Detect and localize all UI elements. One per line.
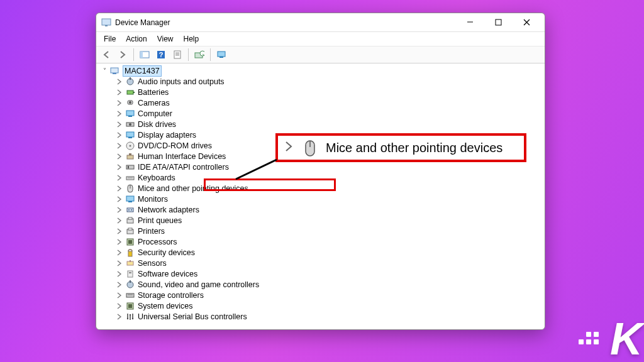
close-button[interactable] bbox=[513, 14, 541, 31]
show-hide-tree-button[interactable] bbox=[137, 48, 152, 62]
scan-hardware-button[interactable] bbox=[192, 48, 207, 62]
tree-item[interactable]: Network adapters bbox=[115, 205, 541, 215]
svg-rect-60 bbox=[130, 280, 131, 283]
chevron-right-icon[interactable] bbox=[115, 195, 124, 204]
tree-item[interactable]: Printers bbox=[115, 226, 541, 236]
chevron-right-icon[interactable] bbox=[115, 291, 124, 300]
tree-item-label: Sensors bbox=[138, 258, 167, 268]
tree-item[interactable]: Computer bbox=[115, 109, 541, 119]
chevron-right-icon[interactable] bbox=[115, 238, 124, 246]
chevron-right-icon[interactable] bbox=[115, 259, 124, 268]
chevron-right-icon[interactable] bbox=[115, 227, 124, 236]
tree-item[interactable]: IDE ATA/ATAPI controllers bbox=[115, 162, 541, 172]
chevron-right-icon[interactable] bbox=[115, 184, 124, 193]
callout-box: Mice and other pointing devices bbox=[275, 133, 526, 162]
svg-point-66 bbox=[130, 314, 131, 315]
tree-item[interactable]: Batteries bbox=[115, 87, 541, 97]
tree-item[interactable]: Processors bbox=[115, 237, 541, 247]
tree-item-label: Storage controllers bbox=[138, 290, 204, 300]
svg-rect-57 bbox=[128, 271, 133, 277]
chevron-right-icon[interactable] bbox=[115, 248, 124, 257]
tree-item[interactable]: Monitors bbox=[115, 194, 541, 204]
svg-rect-51 bbox=[128, 228, 132, 230]
svg-rect-17 bbox=[218, 52, 225, 57]
tree-item-label: Printers bbox=[138, 226, 165, 236]
expander-icon[interactable]: ˅ bbox=[100, 67, 109, 75]
svg-rect-20 bbox=[113, 73, 116, 74]
tree-item-label: IDE ATA/ATAPI controllers bbox=[138, 162, 229, 172]
chevron-right-icon[interactable] bbox=[115, 152, 124, 161]
device-icon bbox=[125, 290, 135, 300]
tree-item[interactable]: Sensors bbox=[115, 258, 541, 268]
menu-file[interactable]: File bbox=[99, 33, 121, 45]
properties-button[interactable] bbox=[170, 48, 185, 62]
tree-item[interactable]: Audio inputs and outputs bbox=[115, 77, 541, 87]
tree-item[interactable]: Security devices bbox=[115, 248, 541, 258]
tree-root[interactable]: ˅ MAC1437 bbox=[100, 66, 541, 76]
svg-point-46 bbox=[128, 209, 130, 211]
tree-item[interactable]: Mice and other pointing devices bbox=[115, 184, 541, 194]
watermark-logo: K bbox=[610, 313, 640, 362]
device-tree[interactable]: ˅ MAC1437 Audio inputs and outputsBatter… bbox=[96, 63, 545, 329]
minimize-button[interactable] bbox=[456, 14, 484, 31]
svg-point-47 bbox=[131, 209, 132, 211]
back-button[interactable] bbox=[99, 48, 114, 62]
chevron-right-icon[interactable] bbox=[115, 206, 124, 214]
device-icon bbox=[125, 184, 135, 194]
svg-rect-19 bbox=[111, 68, 118, 73]
svg-rect-49 bbox=[128, 217, 132, 219]
chevron-right-icon[interactable] bbox=[115, 216, 124, 225]
tree-item[interactable]: System devices bbox=[115, 301, 541, 311]
svg-rect-10 bbox=[174, 51, 180, 58]
svg-rect-35 bbox=[127, 155, 133, 159]
chevron-right-icon[interactable] bbox=[115, 109, 124, 118]
device-icon bbox=[125, 205, 135, 215]
svg-rect-23 bbox=[127, 90, 133, 94]
device-icon bbox=[125, 301, 135, 311]
chevron-right-icon[interactable] bbox=[115, 302, 124, 310]
svg-rect-64 bbox=[128, 304, 132, 308]
svg-rect-22 bbox=[130, 77, 131, 80]
tree-item[interactable]: Print queues bbox=[115, 216, 541, 226]
device-icon bbox=[125, 194, 135, 204]
chevron-right-icon[interactable] bbox=[115, 163, 124, 172]
chevron-right-icon[interactable] bbox=[115, 270, 124, 278]
help-button[interactable]: ? bbox=[153, 48, 169, 62]
device-icon bbox=[125, 248, 135, 258]
device-icon bbox=[125, 216, 135, 226]
tree-item[interactable]: Software devices bbox=[115, 269, 541, 279]
device-icon bbox=[125, 119, 135, 129]
root-label: MAC1437 bbox=[123, 65, 162, 77]
chevron-right-icon[interactable] bbox=[115, 280, 124, 289]
svg-rect-58 bbox=[129, 272, 131, 273]
device-icon bbox=[125, 109, 135, 119]
tree-item-label: Security devices bbox=[138, 248, 195, 258]
tree-item[interactable]: Storage controllers bbox=[115, 290, 541, 300]
tree-item[interactable]: Cameras bbox=[115, 98, 541, 108]
chevron-right-icon[interactable] bbox=[115, 88, 124, 97]
chevron-right-icon[interactable] bbox=[115, 120, 124, 129]
tree-item[interactable]: Keyboards bbox=[115, 173, 541, 183]
menu-view[interactable]: View bbox=[152, 33, 179, 45]
tree-item-label: Monitors bbox=[138, 194, 168, 204]
chevron-right-icon[interactable] bbox=[115, 141, 124, 150]
menu-help[interactable]: Help bbox=[179, 33, 204, 45]
tree-item[interactable]: Disk drives bbox=[115, 119, 541, 129]
svg-rect-38 bbox=[128, 166, 129, 168]
chevron-right-icon[interactable] bbox=[115, 131, 124, 140]
svg-rect-3 bbox=[496, 19, 501, 25]
window-title: Device Manager bbox=[115, 18, 170, 27]
maximize-button[interactable] bbox=[484, 14, 513, 31]
tree-item[interactable]: Sound, video and game controllers bbox=[115, 280, 541, 290]
svg-text:?: ? bbox=[159, 51, 164, 58]
tree-item[interactable]: Universal Serial Bus controllers bbox=[115, 312, 541, 322]
chevron-right-icon[interactable] bbox=[115, 173, 124, 182]
callout-label: Mice and other pointing devices bbox=[326, 141, 502, 155]
chevron-right-icon[interactable] bbox=[115, 312, 124, 321]
chevron-right-icon[interactable] bbox=[115, 99, 124, 107]
devices-and-printers-button[interactable] bbox=[214, 48, 229, 62]
tree-item-label: Universal Serial Bus controllers bbox=[138, 312, 247, 322]
chevron-right-icon[interactable] bbox=[115, 77, 124, 86]
menu-action[interactable]: Action bbox=[121, 33, 152, 45]
forward-button[interactable] bbox=[115, 48, 130, 62]
